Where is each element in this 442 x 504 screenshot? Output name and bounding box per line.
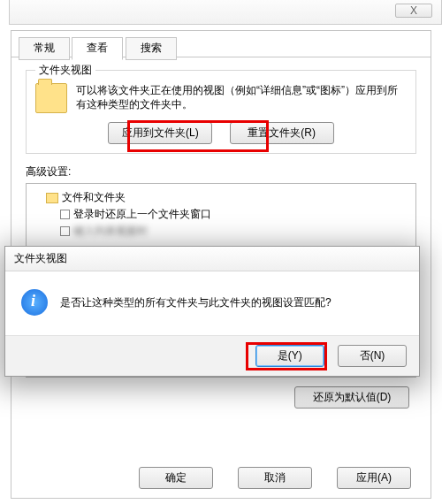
checkbox-icon[interactable] — [60, 210, 70, 219]
tab-search[interactable]: 搜索 — [126, 37, 177, 60]
no-button[interactable]: 否(N) — [338, 345, 407, 367]
tree-item[interactable]: 文件和文件夹 — [34, 189, 408, 206]
tree-item-label: 文件和文件夹 — [62, 190, 126, 205]
ok-button[interactable]: 确定 — [139, 467, 213, 489]
folder-view-legend: 文件夹视图 — [35, 63, 95, 78]
yes-button[interactable]: 是(Y) — [255, 345, 324, 367]
tab-general[interactable]: 常规 — [19, 37, 70, 60]
tree-item-label: 登录时还原上一个文件夹窗口 — [73, 207, 211, 222]
checkbox-icon[interactable] — [60, 226, 70, 236]
cancel-button[interactable]: 取消 — [238, 467, 312, 489]
tree-item[interactable]: 键入列表视图时 — [34, 223, 408, 240]
confirm-dialog-message: 是否让这种类型的所有文件夹与此文件夹的视图设置匹配? — [60, 295, 332, 310]
confirm-dialog-buttons: 是(Y) 否(N) — [5, 335, 419, 376]
restore-defaults-button[interactable]: 还原为默认值(D) — [294, 386, 409, 409]
tree-item-label: 键入列表视图时 — [73, 224, 148, 239]
confirm-dialog: 文件夹视图 是否让这种类型的所有文件夹与此文件夹的视图设置匹配? 是(Y) 否(… — [4, 246, 420, 377]
confirm-dialog-title: 文件夹视图 — [5, 247, 419, 271]
dialog-buttons-row: 确定 取消 应用(A) — [132, 467, 418, 489]
advanced-settings-label: 高级设置: — [26, 164, 431, 179]
folder-view-description: 可以将该文件夹正在使用的视图（例如“详细信息”或“图标”）应用到所有这种类型的文… — [76, 83, 407, 113]
tab-strip: 常规 查看 搜索 — [11, 36, 431, 57]
outer-titlebar: X — [9, 0, 442, 25]
folder-view-group: 文件夹视图 可以将该文件夹正在使用的视图（例如“详细信息”或“图标”）应用到所有… — [26, 70, 416, 154]
info-icon — [21, 289, 48, 316]
apply-button[interactable]: 应用(A) — [337, 467, 411, 489]
close-icon[interactable]: X — [395, 4, 432, 18]
apply-to-folders-button[interactable]: 应用到文件夹(L) — [108, 122, 212, 144]
tree-item[interactable]: 登录时还原上一个文件夹窗口 — [34, 206, 408, 223]
tab-view[interactable]: 查看 — [72, 37, 123, 60]
folder-icon — [35, 83, 67, 113]
reset-folders-button[interactable]: 重置文件夹(R) — [230, 122, 334, 144]
folder-small-icon — [46, 193, 58, 203]
